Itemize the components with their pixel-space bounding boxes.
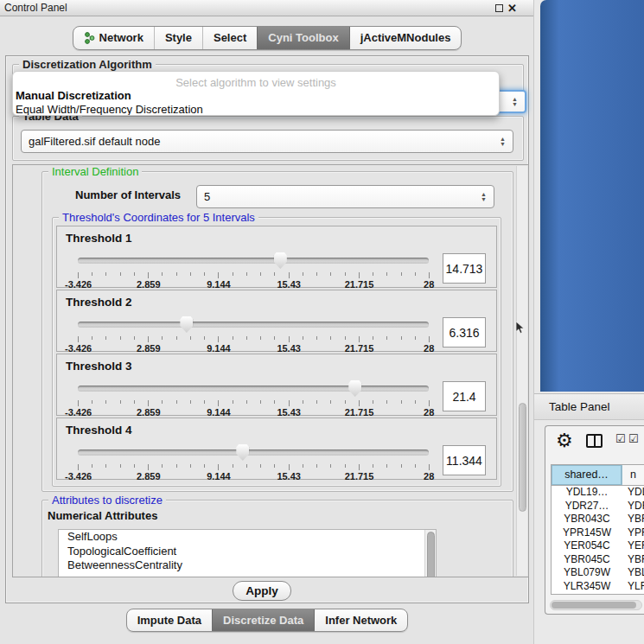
apply-button[interactable]: Apply (233, 581, 291, 601)
combo-arrows-icon: ▲▼ (500, 137, 506, 146)
tick-label: 28 (424, 407, 434, 418)
table-row[interactable]: YLR345WYLR3 (552, 580, 644, 594)
tab-label: Discretize Data (223, 609, 303, 631)
node-table: shared… n YDL19…YDL1YDR27…YDR2YBR043CYBR… (551, 464, 644, 595)
cell-name: YER0 (622, 539, 644, 553)
table-panel-titlebar: Table Panel (534, 393, 644, 420)
threshold-slider[interactable]: -3.4262.8599.14415.4321.71528 (78, 379, 429, 415)
threshold-label: Threshold 2 (66, 296, 132, 309)
list-item[interactable]: BetweennessCentrality (59, 558, 436, 573)
threshold-value-field[interactable]: 6.316 (443, 317, 486, 348)
table-row[interactable]: YPR145WYPR1 (552, 526, 644, 540)
slider-thumb[interactable] (180, 316, 193, 333)
split-columns-icon[interactable] (586, 434, 603, 448)
top-tab-bar: NetworkStyleSelectCyni ToolboxjActiveMNo… (0, 26, 534, 50)
list-scrollbar[interactable] (424, 530, 436, 577)
table-data-group: Table Data galFiltered.sif default node … (12, 116, 524, 161)
vertical-scrollbar[interactable] (516, 166, 527, 576)
slider-ticks (78, 336, 429, 343)
num-intervals-value: 5 (204, 190, 210, 203)
num-intervals-label: Number of Intervals (75, 188, 181, 201)
table-row[interactable]: YBL079WYBL0 (552, 566, 644, 580)
tick-label: 21.715 (345, 471, 374, 481)
table-row[interactable]: YER054CYER0 (552, 539, 644, 553)
bottom-tab-bar: Impute DataDiscretize DataInfer Network (0, 609, 534, 632)
column-header-shared-name[interactable]: shared… (552, 465, 622, 485)
tab-discretize-data[interactable]: Discretize Data (212, 609, 314, 631)
cell-shared-name: YER054C (552, 539, 622, 553)
checkbox-checked-icon[interactable]: ☑ (615, 432, 626, 445)
column-header-name[interactable]: n (622, 465, 644, 485)
list-item[interactable]: SelfLoops (59, 530, 436, 545)
combo-arrows-icon: ▲▼ (481, 192, 487, 201)
cell-name: YDR2 (622, 500, 644, 513)
threshold-slider[interactable]: -3.4262.8599.14415.4321.71528 (78, 251, 429, 287)
slider-thumb[interactable] (236, 444, 249, 461)
threshold-value-field[interactable]: 14.713 (443, 253, 486, 284)
cell-name: YBR0 (622, 553, 644, 567)
slider-tick-labels: -3.4262.8599.14415.4321.71528 (78, 407, 429, 418)
tab-impute-data[interactable]: Impute Data (127, 609, 212, 631)
threshold-label: Threshold 3 (66, 360, 132, 373)
slider-track[interactable] (78, 322, 429, 328)
cell-name: YPR1 (622, 526, 644, 540)
group-title: Interval Definition (48, 165, 142, 178)
threshold-value-field[interactable]: 11.344 (443, 445, 486, 475)
dropdown-option-equal-width[interactable]: Equal Width/Frequency Discretization (13, 103, 499, 116)
float-icon[interactable] (495, 4, 503, 12)
slider-track[interactable] (78, 258, 429, 264)
vertical-scrollbar-thumb[interactable] (519, 403, 526, 512)
tick-label: -3.426 (65, 471, 92, 481)
tick-label: 9.144 (207, 279, 231, 290)
table-row[interactable]: YBR045CYBR0 (552, 553, 644, 567)
tick-label: 21.715 (345, 279, 374, 290)
tab-infer-network[interactable]: Infer Network (314, 609, 407, 631)
tick-label: 15.43 (277, 471, 301, 481)
tick-label: 2.859 (137, 407, 161, 418)
network-icon (84, 32, 95, 44)
settings-scrollpane: Interval Definition Number of Intervals … (12, 164, 529, 577)
slider-track[interactable] (78, 450, 429, 456)
slider-track[interactable] (78, 386, 429, 392)
table-row[interactable]: YIL052CYIL0 (552, 593, 644, 595)
table-row[interactable]: YBR043CYBR0 (552, 513, 644, 526)
slider-thumb[interactable] (274, 252, 287, 269)
list-scrollbar-thumb[interactable] (427, 532, 435, 577)
cell-name: YBR0 (622, 513, 644, 526)
tick-label: -3.426 (65, 343, 92, 354)
tab-jactivemnodules[interactable]: jActiveMNodules (349, 27, 462, 49)
checkbox-checked-icon[interactable]: ☑ (628, 432, 639, 445)
tab-cyni-toolbox[interactable]: Cyni Toolbox (257, 27, 348, 49)
mouse-cursor (515, 322, 526, 335)
threshold-value-field[interactable]: 21.4 (443, 381, 486, 411)
tab-network[interactable]: Network (73, 27, 154, 49)
numerical-attributes-list[interactable]: SelfLoopsTopologicalCoefficientBetweenne… (58, 529, 437, 577)
table-panel: ⚙ ☑ ☑ shared… n YDL19…YDL1YDR27…YDR2YBR0… (545, 425, 644, 615)
list-item[interactable]: TopologicalCoefficient (59, 545, 436, 559)
table-row[interactable]: YDL19…YDL1 (552, 486, 644, 500)
group-title: Attributes to discretize (48, 494, 166, 507)
threshold-slider[interactable]: -3.4262.8599.14415.4321.71528 (78, 443, 429, 479)
cell-name: YIL0 (622, 593, 644, 595)
table-row[interactable]: YDR27…YDR2 (552, 500, 644, 513)
num-intervals-select[interactable]: 5 ▲▼ (196, 185, 494, 208)
tick-label: 21.715 (345, 343, 374, 354)
threshold-panel-3: Threshold 3-3.4262.8599.14415.4321.71528… (56, 354, 497, 416)
tab-label: Infer Network (325, 609, 397, 631)
tab-label: Select (214, 27, 246, 49)
algorithm-dropdown: Select algorithm to view settings Manual… (12, 71, 500, 116)
threshold-slider[interactable]: -3.4262.8599.14415.4321.71528 (78, 315, 429, 351)
close-icon[interactable]: ✕ (507, 1, 517, 16)
gear-icon[interactable]: ⚙ (556, 430, 573, 452)
tick-label: 28 (424, 343, 434, 354)
tick-label: -3.426 (65, 407, 92, 418)
tab-select[interactable]: Select (202, 27, 257, 49)
slider-ticks (78, 400, 429, 407)
dropdown-option-manual[interactable]: Manual Discretization (13, 89, 499, 103)
horizontal-scrollbar-thumb[interactable] (552, 602, 636, 609)
horizontal-scrollbar[interactable] (550, 600, 642, 610)
tab-style[interactable]: Style (154, 27, 202, 49)
slider-thumb[interactable] (348, 380, 361, 397)
table-data-select[interactable]: galFiltered.sif default node ▲▼ (21, 130, 513, 153)
cell-name: YLR3 (622, 580, 644, 594)
